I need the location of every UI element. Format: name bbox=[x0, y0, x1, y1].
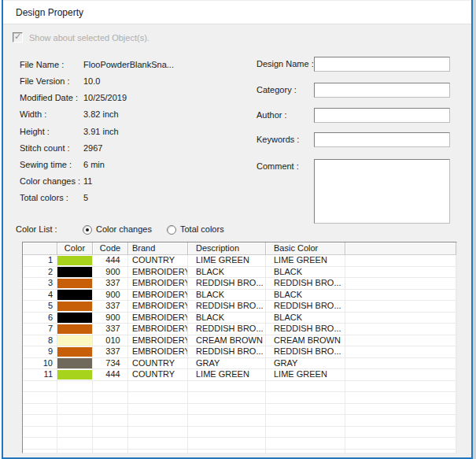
keywords-field[interactable] bbox=[314, 132, 450, 147]
show-selected-objects-checkbox[interactable]: ✓ bbox=[13, 32, 23, 43]
cell-empty bbox=[345, 438, 456, 450]
color-table-row[interactable]: 6900EMBROIDERYBLACKBLACK bbox=[23, 313, 456, 324]
cell-brand: EMBROIDERY bbox=[128, 313, 188, 324]
column-header-basic-color[interactable]: Basic Color bbox=[266, 242, 345, 255]
cell-basic_color: LIME GREEN bbox=[266, 369, 345, 381]
cell-num: 11 bbox=[23, 369, 57, 381]
cell-description: CREAM BROWN bbox=[188, 335, 266, 347]
cell-num: 8 bbox=[23, 335, 57, 347]
checkmark-icon: ✓ bbox=[14, 31, 21, 42]
radio-total-colors[interactable] bbox=[167, 225, 176, 235]
dialog-titlebar: Design Property bbox=[3, 0, 471, 24]
cell-empty bbox=[128, 450, 188, 454]
cell-empty bbox=[266, 450, 345, 454]
cell-description: REDDISH BRO... bbox=[188, 324, 266, 335]
cell-empty bbox=[93, 392, 128, 404]
cell-empty bbox=[345, 255, 456, 267]
cell-empty bbox=[345, 346, 456, 358]
cell-empty bbox=[266, 427, 345, 439]
file-info-value: 2967 bbox=[83, 143, 102, 153]
category-field[interactable] bbox=[314, 83, 450, 98]
cell-empty bbox=[128, 415, 188, 427]
cell-num: 10 bbox=[23, 358, 57, 370]
color-table-row[interactable]: 3337EMBROIDERYREDDISH BRO...REDDISH BRO.… bbox=[23, 278, 456, 290]
cell-empty bbox=[345, 358, 456, 370]
cell-empty bbox=[345, 427, 456, 439]
cell-description: REDDISH BRO... bbox=[188, 301, 266, 313]
cell-empty bbox=[266, 415, 345, 427]
cell-description: LIME GREEN bbox=[188, 255, 266, 267]
cell-empty bbox=[93, 438, 128, 450]
cell-basic_color: BLACK bbox=[266, 290, 345, 302]
cell-code: 337 bbox=[93, 278, 128, 290]
color-swatch-cell bbox=[57, 301, 93, 313]
cell-empty bbox=[266, 438, 345, 450]
cell-num: 7 bbox=[23, 324, 57, 335]
radio-color-changes[interactable] bbox=[83, 225, 92, 235]
color-table-empty-row bbox=[23, 404, 456, 416]
cell-empty bbox=[266, 392, 345, 404]
cell-brand: EMBROIDERY bbox=[128, 301, 188, 313]
column-header-num[interactable] bbox=[23, 242, 57, 255]
file-info-label: File Name : bbox=[20, 60, 64, 69]
cell-description: REDDISH BRO... bbox=[188, 278, 266, 290]
file-info-value: 6 min bbox=[83, 160, 105, 169]
file-info-label: Width : bbox=[20, 109, 46, 119]
cell-empty bbox=[345, 369, 456, 381]
cell-description: GRAY bbox=[188, 358, 266, 370]
cell-code: 900 bbox=[93, 313, 128, 324]
file-info-value: 3.91 inch bbox=[83, 127, 119, 136]
color-table-row[interactable]: 11444COUNTRYLIME GREENLIME GREEN bbox=[23, 369, 456, 381]
cell-empty bbox=[266, 381, 345, 393]
cell-brand: EMBROIDERY bbox=[128, 324, 188, 335]
thread-color-swatch bbox=[57, 302, 92, 312]
color-table-empty-row bbox=[23, 427, 456, 439]
cell-brand: EMBROIDERY bbox=[128, 267, 188, 279]
radio-label[interactable]: Color changes bbox=[96, 224, 152, 234]
cell-empty bbox=[93, 427, 128, 439]
cell-empty bbox=[128, 438, 188, 450]
color-table-row[interactable]: 1444COUNTRYLIME GREENLIME GREEN bbox=[23, 255, 456, 267]
cell-num: 6 bbox=[23, 313, 57, 324]
cell-code: 337 bbox=[93, 346, 128, 358]
cell-empty bbox=[345, 313, 456, 324]
comment-label: Comment : bbox=[256, 161, 299, 171]
screen: Design Property ✓ Show about selected Ob… bbox=[0, 0, 476, 459]
color-swatch-cell bbox=[57, 255, 93, 267]
thread-color-swatch bbox=[57, 358, 92, 368]
column-header-brand[interactable]: Brand bbox=[128, 242, 188, 255]
color-table-row[interactable]: 9337EMBROIDERYREDDISH BRO...REDDISH BRO.… bbox=[23, 346, 456, 358]
cell-empty bbox=[345, 381, 456, 393]
cell-empty bbox=[345, 392, 456, 404]
cell-basic_color: CREAM BROWN bbox=[266, 335, 345, 347]
cell-empty bbox=[128, 404, 188, 416]
color-table-row[interactable]: 10734COUNTRYGRAYGRAY bbox=[23, 358, 456, 370]
design-name-label: Design Name : bbox=[256, 59, 314, 68]
column-header-color[interactable]: Color bbox=[57, 242, 93, 255]
column-header-description[interactable]: Description bbox=[188, 242, 266, 255]
color-table-row[interactable]: 5337EMBROIDERYREDDISH BRO...REDDISH BRO.… bbox=[23, 301, 456, 313]
cell-empty bbox=[23, 438, 57, 450]
color-table-row[interactable]: 4900EMBROIDERYBLACKBLACK bbox=[23, 290, 456, 302]
cell-description: REDDISH BRO... bbox=[188, 346, 266, 358]
radio-label[interactable]: Total colors bbox=[180, 224, 224, 234]
file-info-label: Sewing time : bbox=[20, 160, 72, 169]
color-table-row[interactable]: 2900EMBROIDERYBLACKBLACK bbox=[23, 267, 456, 279]
cell-empty bbox=[188, 427, 266, 439]
cell-empty bbox=[57, 392, 93, 404]
cell-code: 900 bbox=[93, 267, 128, 279]
file-info-label: Height : bbox=[20, 127, 50, 136]
column-header-code[interactable]: Code bbox=[93, 242, 128, 255]
color-swatch-cell bbox=[57, 278, 93, 290]
cell-basic_color: REDDISH BRO... bbox=[266, 346, 345, 358]
file-info-value: 11 bbox=[83, 176, 92, 186]
cell-basic_color: GRAY bbox=[266, 358, 345, 370]
comment-field[interactable] bbox=[314, 159, 450, 224]
author-label: Author : bbox=[256, 110, 287, 120]
thread-color-swatch bbox=[57, 324, 92, 335]
design-name-field[interactable] bbox=[314, 57, 450, 72]
author-field[interactable] bbox=[314, 108, 450, 123]
file-info-label: Stitch count : bbox=[20, 143, 70, 153]
color-table-row[interactable]: 8010EMBROIDERYCREAM BROWNCREAM BROWN bbox=[23, 335, 456, 347]
color-table-row[interactable]: 7337EMBROIDERYREDDISH BRO...REDDISH BRO.… bbox=[23, 324, 456, 335]
